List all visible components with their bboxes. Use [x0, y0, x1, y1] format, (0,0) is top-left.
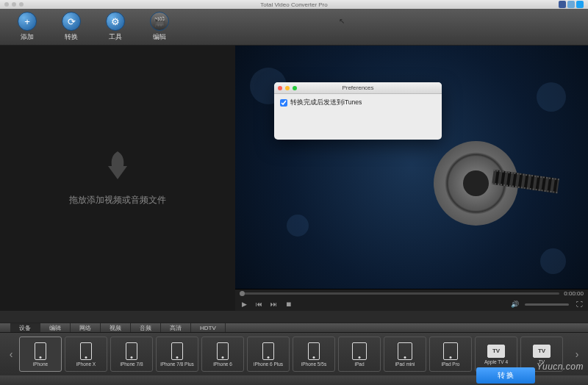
device-label: iPhone 6 Plus — [254, 361, 283, 367]
phone-icon — [262, 342, 274, 360]
time-display: 0:00:00 — [564, 290, 584, 297]
device-label: iPhone 7/8 — [120, 361, 143, 367]
instagram-icon[interactable] — [567, 1, 575, 8]
send-to-itunes-label: 转换完成后发送到iTunes — [290, 98, 362, 107]
volume-icon[interactable]: 🔊 — [510, 300, 519, 309]
stop-button[interactable]: ⏹ — [284, 300, 293, 309]
device-iphone-6[interactable]: iPhone 6 — [201, 337, 244, 372]
add-button[interactable]: + 添加 — [13, 12, 41, 45]
edit-icon: 🎬 — [150, 12, 169, 31]
twitter-icon[interactable] — [576, 1, 584, 8]
device-label: iPhone 5/5s — [301, 361, 326, 367]
phone-icon — [126, 342, 137, 360]
preferences-dialog: Preferences 转换完成后发送到iTunes — [274, 82, 442, 140]
convert-icon: ⟳ — [62, 12, 81, 31]
phone-icon — [217, 342, 229, 360]
format-tabs: 设备编辑网络视频音频高清HDTV — [0, 323, 588, 333]
tools-label: 工具 — [109, 32, 122, 42]
tab-视频[interactable]: 视频 — [101, 323, 131, 332]
device-label: iPhone X — [76, 361, 96, 367]
device-ipad-pro[interactable]: iPad Pro — [429, 337, 472, 372]
window-title: Total Video Converter Pro — [0, 1, 588, 8]
device-iphone-x[interactable]: iPhone X — [65, 337, 107, 372]
prev-button[interactable]: ⏮ — [254, 300, 263, 309]
seek-knob[interactable] — [240, 291, 245, 296]
tablet-icon — [443, 342, 458, 360]
phone-icon — [35, 342, 46, 360]
add-icon: + — [18, 12, 37, 31]
device-label: iPhone — [33, 361, 48, 367]
drop-zone-text: 拖放添加视频或音频文件 — [69, 194, 166, 206]
device-iphone-6-plus[interactable]: iPhone 6 Plus — [247, 337, 290, 372]
tab-音频[interactable]: 音频 — [131, 323, 161, 332]
add-label: 添加 — [21, 32, 34, 42]
fullscreen-button[interactable]: ⛶ — [575, 300, 584, 309]
phone-icon — [80, 342, 92, 360]
send-to-itunes-checkbox[interactable] — [280, 99, 287, 107]
social-links — [559, 1, 584, 8]
preferences-title: Preferences — [274, 84, 442, 91]
tablet-icon — [352, 342, 367, 360]
tablet-icon — [398, 342, 412, 360]
device-label: iPad mini — [395, 361, 415, 367]
watermark-text: Yuucn.com — [537, 361, 584, 372]
phone-icon — [308, 342, 320, 360]
tv-icon: TV — [533, 345, 551, 358]
device-iphone-5/5s[interactable]: iPhone 5/5s — [293, 337, 335, 372]
device-label: iPhone 7/8 Plus — [160, 361, 194, 367]
device-iphone[interactable]: iPhone — [19, 337, 62, 372]
tab-编辑[interactable]: 编辑 — [40, 323, 71, 332]
volume-slider[interactable] — [525, 303, 569, 306]
device-iphone-7/8-plus[interactable]: iPhone 7/8 Plus — [156, 337, 198, 372]
device-label: iPhone 6 — [213, 361, 232, 367]
device-apple-tv-4[interactable]: TVApple TV 4 — [475, 337, 517, 372]
drop-zone[interactable]: 拖放添加视频或音频文件 — [0, 46, 235, 311]
play-button[interactable]: ▶ — [240, 300, 248, 309]
tab-网络[interactable]: 网络 — [71, 323, 101, 332]
edit-button[interactable]: 🎬 编辑 — [146, 12, 173, 45]
tab-HDTV[interactable]: HDTV — [191, 323, 226, 332]
control-row: ▶ ⏮ ⏭ ⏹ 🔊 ⛶ — [235, 298, 588, 311]
window-titlebar: Total Video Converter Pro — [0, 0, 588, 9]
device-label: Apple TV 4 — [484, 359, 508, 364]
edit-label: 编辑 — [153, 32, 166, 42]
device-label: iPad — [354, 361, 364, 367]
preferences-titlebar: Preferences — [274, 82, 442, 94]
progress-row: 0:00:00 — [235, 289, 588, 298]
drop-arrow-icon — [103, 150, 132, 187]
tv-icon: TV — [487, 345, 505, 358]
device-label: iPad Pro — [442, 361, 460, 367]
device-iphone-7/8[interactable]: iPhone 7/8 — [110, 337, 153, 372]
seek-bar[interactable] — [240, 292, 559, 295]
player-controls: 0:00:00 ▶ ⏮ ⏭ ⏹ 🔊 ⛶ — [235, 289, 588, 311]
device-ipad[interactable]: iPad — [338, 337, 381, 372]
scroll-left-button[interactable]: ‹ — [3, 339, 19, 369]
main-toolbar: + 添加 ⟳ 转换 ⚙ 工具 🎬 编辑 — [0, 9, 588, 46]
tab-高清[interactable]: 高清 — [161, 323, 191, 332]
convert-label: 转换 — [65, 32, 78, 42]
tools-icon: ⚙ — [106, 12, 125, 31]
facebook-icon[interactable] — [559, 1, 566, 8]
tools-button[interactable]: ⚙ 工具 — [101, 12, 129, 45]
next-button[interactable]: ⏭ — [269, 300, 278, 309]
convert-button[interactable]: ⟳ 转换 — [57, 12, 85, 45]
device-ipad-mini[interactable]: iPad mini — [384, 337, 426, 372]
tab-设备[interactable]: 设备 — [10, 323, 40, 332]
phone-icon — [171, 342, 183, 360]
start-convert-button[interactable]: 转 换 — [476, 367, 535, 384]
device-list: iPhoneiPhone XiPhone 7/8iPhone 7/8 Plusi… — [19, 337, 569, 372]
